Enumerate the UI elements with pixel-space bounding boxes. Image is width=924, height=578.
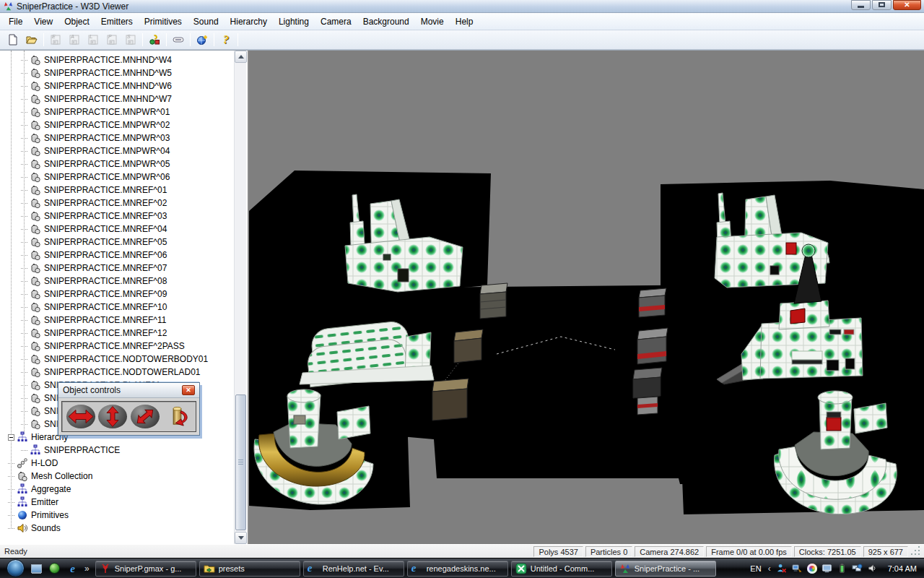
tree-item-aggregate[interactable]: Aggregate [0,483,233,496]
tree-item-sniperpractice-nodtowerbody01[interactable]: SNIPERPRACTICE.NODTOWERBODY01 [0,353,233,366]
animation-toolbar-button[interactable] [170,32,187,48]
mesh-icon [30,67,42,79]
tree-item-h-lod[interactable]: H-LOD [0,457,233,470]
windows-flag-icon [12,564,21,574]
tray-collapse-chevron[interactable]: ‹ [768,564,771,574]
export-primitive-button[interactable]: P [103,32,121,48]
menu-hierarchy[interactable]: Hierarchy [225,14,273,29]
help-button[interactable]: ? [217,32,235,48]
tree-item-sniperpractice-mnref-06[interactable]: SNIPERPRACTICE.MNREF^06 [0,249,233,262]
quick-launch-overflow[interactable]: » [84,564,90,574]
menu-background[interactable]: Background [357,14,415,29]
tree-item-sniperpractice-mnhnd-w7[interactable]: SNIPERPRACTICE.MNHND^W7 [0,92,233,105]
new-file-button[interactable] [4,32,22,48]
volume-icon[interactable] [867,563,879,574]
tree-item-sniperpractice-mnref-04[interactable]: SNIPERPRACTICE.MNREF^04 [0,223,233,236]
battery-icon[interactable] [837,563,848,574]
maximize-button[interactable] [872,0,892,10]
task-renegadeskins-ne[interactable]: e renegadeskins.ne... [407,561,508,577]
translate-y-button[interactable] [98,405,127,428]
tree-item-sniperpractice-mnpwr-04[interactable]: SNIPERPRACTICE.MNPWR^04 [0,144,233,158]
menu-file[interactable]: File [3,14,28,29]
internet-explorer-icon[interactable]: e [66,562,79,574]
tree-item-sniperpractice-mnref-09[interactable]: SNIPERPRACTICE.MNREF^09 [0,288,233,301]
tree-item-sounds[interactable]: Sounds [0,522,233,535]
tree-item-label: SNIPERPRACTICE.MNREF^04 [44,224,167,234]
tree-item-sniperpractice-mnhnd-w5[interactable]: SNIPERPRACTICE.MNHND^W5 [0,66,233,79]
show-desktop-icon[interactable] [30,562,43,574]
tree-item-sniperpractice-mnhnd-w6[interactable]: SNIPERPRACTICE.MNHND^W6 [0,79,233,92]
export-sound-button[interactable]: S [122,32,139,48]
scene-settings-button[interactable] [146,32,163,48]
tree-scrollbar[interactable] [234,51,246,544]
tree-item-sniperpractice-mnref-01[interactable]: SNIPERPRACTICE.MNREF^01 [0,184,233,197]
menu-movie[interactable]: Movie [415,14,450,29]
color-wheel-icon[interactable] [806,563,818,574]
tree-item-sniperpractice-mnpwr-06[interactable]: SNIPERPRACTICE.MNPWR^06 [0,171,233,184]
menu-primitives[interactable]: Primitives [139,14,188,29]
task-renhelp-net-ev[interactable]: e RenHelp.net - Ev... [303,561,404,577]
tree-item-sniperpractice-mnpwr-03[interactable]: SNIPERPRACTICE.MNPWR^03 [0,131,233,144]
dialog-close-button[interactable]: ✕ [182,385,195,395]
tree-item-sniperpractice-mnref-11[interactable]: SNIPERPRACTICE.MNREF^11 [0,314,233,327]
tree-item-primitives[interactable]: Primitives [0,509,233,522]
start-button[interactable] [6,559,25,577]
menu-emitters[interactable]: Emitters [95,14,139,29]
tree-item-sniperpractice-mnpwr-05[interactable]: SNIPERPRACTICE.MNPWR^05 [0,158,233,171]
tree-item-sniperpractice-mnref-07[interactable]: SNIPERPRACTICE.MNREF^07 [0,262,233,275]
scroll-up-button[interactable] [235,51,247,63]
tree-item-sniperpractice-mnref-2pass[interactable]: SNIPERPRACTICE.MNREF^2PASS [0,340,233,353]
menu-view[interactable]: View [28,14,58,29]
resize-grip[interactable] [911,546,921,556]
tree-item-sniperpractice-mnpwr-01[interactable]: SNIPERPRACTICE.MNPWR^01 [0,105,233,118]
close-button[interactable]: ✕ [893,0,921,10]
network-icon[interactable] [852,563,863,574]
menu-object[interactable]: Object [58,14,95,29]
tree-expander-minus[interactable] [8,434,14,441]
export-lod-button[interactable]: L [84,32,102,48]
object-controls-dialog[interactable]: Object controls ✕ [58,382,200,436]
minimize-button[interactable] [851,0,871,10]
tree-item-sniperpractice[interactable]: SNIPERPRACTICE [0,444,233,457]
tree-item-emitter[interactable]: Emitter [0,496,233,509]
task-presets[interactable]: presets [199,561,300,577]
tree-item-sniperpractice-mnref-03[interactable]: SNIPERPRACTICE.MNREF^03 [0,210,233,223]
menu-sound[interactable]: Sound [188,14,225,29]
viewport-3d[interactable] [249,51,924,544]
task-untitled-comm[interactable]: Untitled - Comm... [511,561,612,577]
title-bar[interactable]: SniperPractice - W3D Viewer ✕ [0,0,924,13]
scrollbar-thumb[interactable] [235,394,246,530]
media-player-icon[interactable] [48,562,61,574]
display-icon[interactable] [821,563,833,574]
open-file-button[interactable] [23,32,40,48]
translate-plane-button[interactable] [131,405,160,428]
menu-help[interactable]: Help [450,14,479,29]
mesh-icon [30,54,42,66]
task-sniperp-gmax-g[interactable]: SniperP.gmax - g... [95,561,196,577]
quick-launch-bar: e [30,562,79,574]
task-sniperpractice[interactable]: SniperPractice - ... [615,561,716,577]
sync-icon[interactable] [791,563,803,574]
language-indicator[interactable]: EN [750,564,761,573]
tree-item-sniperpractice-mnref-05[interactable]: SNIPERPRACTICE.MNREF^05 [0,236,233,249]
menu-lighting[interactable]: Lighting [273,14,315,29]
add-object-button[interactable] [193,32,211,48]
menu-bar: FileViewObjectEmittersPrimitivesSoundHie… [0,13,924,30]
tree-item-sniperpractice-mnpwr-02[interactable]: SNIPERPRACTICE.MNPWR^02 [0,118,233,131]
window-title: SniperPractice - W3D Viewer [17,1,851,12]
translate-x-button[interactable] [66,405,95,428]
tree-item-sniperpractice-mnref-12[interactable]: SNIPERPRACTICE.MNREF^12 [0,327,233,340]
tree-item-sniperpractice-nodtowerlad01[interactable]: SNIPERPRACTICE.NODTOWERLAD01 [0,366,233,379]
menu-camera[interactable]: Camera [315,14,357,29]
tree-item-sniperpractice-mnref-08[interactable]: SNIPERPRACTICE.MNREF^08 [0,275,233,288]
scroll-down-button[interactable] [235,532,247,544]
export-emitter-button[interactable]: E [47,32,64,48]
tree-item-sniperpractice-mnref-02[interactable]: SNIPERPRACTICE.MNREF^02 [0,197,233,210]
tree-item-sniperpractice-mnhnd-w4[interactable]: SNIPERPRACTICE.MNHND^W4 [0,53,233,66]
export-aggregate-button[interactable]: A [66,32,83,48]
dialog-title-bar[interactable]: Object controls ✕ [58,383,199,398]
tree-item-sniperpractice-mnref-10[interactable]: SNIPERPRACTICE.MNREF^10 [0,301,233,314]
rotate-button[interactable] [162,405,191,428]
messenger-icon[interactable] [776,563,788,574]
tree-item-mesh-collection[interactable]: Mesh Collection [0,470,233,483]
